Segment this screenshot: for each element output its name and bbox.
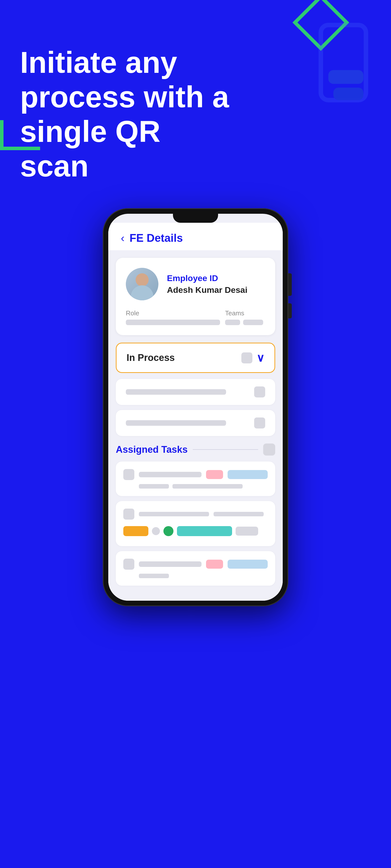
- teams-bars: [225, 320, 265, 325]
- task-name-bar-1: [139, 472, 201, 477]
- tasks-divider: [193, 449, 258, 450]
- status-dropdown[interactable]: In Process ∨: [116, 343, 275, 373]
- screen-content: ‹ FE Details Employee ID: [108, 223, 283, 601]
- hero-section: Initiate any process with a single QR sc…: [0, 0, 391, 198]
- task-row-3a: [123, 559, 268, 570]
- page-title: FE Details: [130, 232, 183, 244]
- task-sub-bar-long-1: [172, 484, 243, 489]
- task-grey-pill: [235, 527, 258, 536]
- avatar-head: [136, 273, 149, 286]
- task-checkbox-1[interactable]: [123, 469, 134, 480]
- phone-notch: [173, 214, 218, 223]
- role-label: Role: [126, 309, 220, 317]
- task-row-2-sub1: [123, 508, 268, 520]
- employee-name: Adesh Kumar Desai: [167, 285, 247, 295]
- list-row-2[interactable]: [116, 410, 275, 436]
- task-tag-blue-3: [228, 560, 268, 569]
- task-name-bar-3: [139, 561, 201, 567]
- teams-label: Teams: [225, 309, 265, 317]
- employee-id-label: Employee ID: [167, 273, 247, 283]
- phone-screen: ‹ FE Details Employee ID: [108, 214, 283, 601]
- task-teal-bar: [177, 526, 232, 536]
- nav-bar: ‹ FE Details: [108, 223, 283, 250]
- employee-meta: Role Teams: [126, 309, 265, 325]
- task-checkbox-2[interactable]: [123, 508, 134, 520]
- task-tag-pink-3: [206, 560, 223, 569]
- task-green-dot: [163, 526, 173, 536]
- task-checkbox-3[interactable]: [123, 559, 134, 570]
- tasks-section: Assigned Tasks: [116, 443, 275, 586]
- phone-side-button: [288, 273, 292, 296]
- list-bar-2: [126, 420, 226, 426]
- employee-card: Employee ID Adesh Kumar Desai Role Teams: [116, 258, 275, 335]
- task-sub-bar-2a: [139, 512, 209, 516]
- task-tag-blue-1: [228, 470, 268, 479]
- role-bar: [126, 320, 220, 325]
- list-icon-1: [254, 386, 265, 398]
- teams-group: Teams: [225, 309, 265, 325]
- back-button[interactable]: ‹: [121, 232, 124, 244]
- list-bar-1: [126, 389, 226, 395]
- task-subrow-3: [123, 574, 268, 578]
- avatar-placeholder: [126, 268, 159, 300]
- status-right: ∨: [241, 351, 264, 364]
- phone-mockup: ‹ FE Details Employee ID: [103, 208, 288, 606]
- phone-outer-shell: ‹ FE Details Employee ID: [103, 208, 288, 606]
- employee-details: Employee ID Adesh Kumar Desai: [167, 273, 247, 295]
- task-card-2: [116, 501, 275, 546]
- chevron-down-icon: ∨: [256, 351, 264, 364]
- list-row-1[interactable]: [116, 379, 275, 405]
- task-card-1: [116, 462, 275, 496]
- hero-title: Initiate any process with a single QR sc…: [20, 45, 235, 183]
- tasks-header: Assigned Tasks: [116, 443, 275, 456]
- role-group: Role: [126, 309, 220, 325]
- task-sub-bar-2b: [214, 512, 264, 516]
- task-row-1: [123, 469, 268, 480]
- status-color-dot: [241, 352, 252, 364]
- list-icon-2: [254, 417, 265, 429]
- avatar: [126, 268, 159, 300]
- task-orange-tag: [123, 526, 148, 536]
- employee-info: Employee ID Adesh Kumar Desai: [126, 268, 265, 300]
- task-sub-bar-short-1: [139, 484, 169, 489]
- tasks-title: Assigned Tasks: [116, 444, 188, 455]
- avatar-body: [131, 285, 153, 300]
- task-card-3: [116, 551, 275, 586]
- tasks-add-button[interactable]: [263, 443, 275, 456]
- team-bar-2: [243, 320, 263, 325]
- status-text: In Process: [127, 352, 175, 363]
- team-bar-1: [225, 320, 240, 325]
- task-subrow-1: [123, 484, 268, 489]
- task-small-dot: [152, 527, 160, 535]
- task-sub-bar-short-3: [139, 574, 169, 578]
- task-tag-pink-1: [206, 470, 223, 479]
- phone-side-button-2: [288, 303, 292, 318]
- task-row-3-colors: [123, 524, 268, 538]
